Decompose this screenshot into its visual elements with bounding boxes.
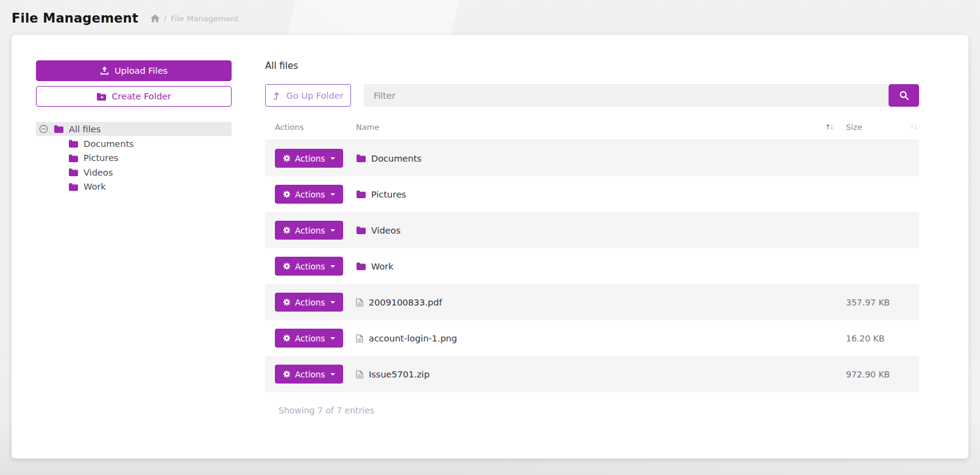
tree-item-documents[interactable]: Documents	[36, 137, 232, 151]
gear-icon	[283, 334, 291, 342]
row-actions-label: Actions	[295, 262, 325, 271]
folder-icon	[68, 154, 78, 162]
gear-icon	[283, 226, 291, 234]
tree-item-label: Videos	[83, 168, 113, 177]
upload-icon	[100, 66, 109, 75]
sidebar: Upload Files Create Folder All files Do	[36, 60, 232, 459]
go-up-folder-button[interactable]: Go Up Folder	[265, 84, 351, 107]
collapse-icon[interactable]	[39, 124, 48, 134]
table-row: Actions 2009100833.pdf 357.97 KB	[265, 284, 919, 320]
file-name[interactable]: 2009100833.pdf	[369, 298, 442, 307]
file-table-body: Actions Documents Actions	[265, 140, 919, 392]
tree-item-label: Work	[83, 182, 106, 191]
file-size: 972.90 KB	[846, 370, 909, 379]
row-actions-label: Actions	[295, 370, 325, 379]
row-actions-button[interactable]: Actions	[275, 149, 343, 168]
table-row: Actions Documents	[265, 140, 919, 176]
table-row: Actions Videos	[265, 212, 919, 248]
folder-icon	[356, 226, 366, 234]
page-header: File Management / File Management	[12, 11, 968, 26]
file-size: 16.20 KB	[846, 334, 909, 343]
current-folder-label: All files	[265, 60, 919, 71]
tree-item-videos[interactable]: Videos	[36, 165, 232, 180]
tree-item-pictures[interactable]: Pictures	[36, 151, 232, 166]
folder-icon	[356, 190, 366, 198]
gear-icon	[283, 154, 291, 162]
tree-item-label: Documents	[83, 139, 134, 149]
row-actions-label: Actions	[295, 334, 325, 343]
upload-files-label: Upload Files	[115, 66, 168, 76]
tree-item-work[interactable]: Work	[36, 180, 232, 195]
tree-item-all-files[interactable]: All files	[36, 122, 232, 136]
upload-files-button[interactable]: Upload Files	[36, 60, 232, 81]
file-name[interactable]: Work	[371, 262, 394, 271]
caret-down-icon	[330, 373, 335, 376]
sort-icon-name[interactable]: ↑↓	[825, 123, 846, 131]
file-table: Actions Name ↑↓ Size ↑↓ Actions Document	[265, 118, 919, 415]
folder-icon	[68, 140, 78, 148]
gear-icon	[283, 370, 291, 378]
file-name[interactable]: account-login-1.png	[369, 334, 457, 343]
file-archive-icon	[356, 370, 363, 379]
row-actions-label: Actions	[295, 226, 325, 235]
row-actions-button[interactable]: Actions	[275, 329, 343, 348]
home-icon[interactable]	[151, 14, 160, 23]
tree-root-label: All files	[69, 124, 101, 134]
folder-icon	[68, 168, 78, 176]
row-actions-button[interactable]: Actions	[275, 221, 343, 240]
row-actions-label: Actions	[295, 154, 325, 163]
file-name[interactable]: Documents	[371, 154, 422, 163]
folder-icon	[68, 183, 78, 191]
main-panel: All files Go Up Folder Actions Na	[265, 60, 919, 459]
tree-item-label: Pictures	[83, 153, 118, 163]
folder-tree-children: Documents Pictures Videos Work	[36, 137, 232, 194]
row-actions-button[interactable]: Actions	[275, 257, 343, 276]
folder-icon	[356, 262, 366, 270]
go-up-folder-label: Go Up Folder	[286, 91, 344, 101]
filter-group	[364, 84, 919, 107]
breadcrumb: / File Management	[151, 14, 239, 23]
search-button[interactable]	[889, 84, 919, 107]
breadcrumb-current: File Management	[171, 14, 239, 23]
file-pdf-icon	[356, 298, 363, 307]
table-row: Actions account-login-1.png 16.20 KB	[265, 320, 919, 356]
file-name[interactable]: Issue5701.zip	[369, 370, 430, 379]
file-name[interactable]: Pictures	[371, 190, 406, 199]
table-row: Actions Work	[265, 248, 919, 284]
row-actions-label: Actions	[295, 298, 325, 307]
gear-icon	[283, 262, 291, 270]
file-table-header: Actions Name ↑↓ Size ↑↓	[265, 118, 919, 140]
gear-icon	[283, 190, 291, 198]
table-row: Actions Pictures	[265, 176, 919, 212]
file-name[interactable]: Videos	[371, 226, 400, 235]
caret-down-icon	[330, 193, 335, 196]
caret-down-icon	[330, 229, 335, 232]
entries-summary: Showing 7 of 7 entries	[265, 405, 919, 415]
table-row: Actions Issue5701.zip 972.90 KB	[265, 356, 919, 392]
page-title: File Management	[12, 11, 138, 26]
row-actions-button[interactable]: Actions	[275, 293, 343, 312]
file-management-card: Upload Files Create Folder All files Do	[12, 35, 968, 459]
folder-plus-icon	[96, 93, 106, 101]
folder-tree: All files Documents Pictures Videos Work	[36, 122, 232, 194]
caret-down-icon	[330, 301, 335, 304]
column-header-actions: Actions	[275, 123, 356, 132]
breadcrumb-separator: /	[164, 14, 166, 23]
caret-down-icon	[330, 337, 335, 340]
gear-icon	[283, 298, 291, 306]
create-folder-button[interactable]: Create Folder	[36, 86, 232, 107]
folder-icon	[356, 154, 366, 162]
file-image-icon	[356, 334, 363, 343]
sort-icon-size[interactable]: ↑↓	[909, 123, 919, 131]
toolbar: Go Up Folder	[265, 84, 919, 107]
folder-icon	[54, 125, 63, 133]
column-header-size[interactable]: Size	[846, 123, 909, 132]
row-actions-label: Actions	[295, 190, 325, 199]
row-actions-button[interactable]: Actions	[275, 185, 343, 204]
search-icon	[899, 90, 909, 101]
column-header-name[interactable]: Name	[356, 123, 825, 132]
create-folder-label: Create Folder	[112, 91, 171, 101]
row-actions-button[interactable]: Actions	[275, 365, 343, 384]
caret-down-icon	[330, 157, 335, 160]
filter-input[interactable]	[364, 84, 889, 107]
